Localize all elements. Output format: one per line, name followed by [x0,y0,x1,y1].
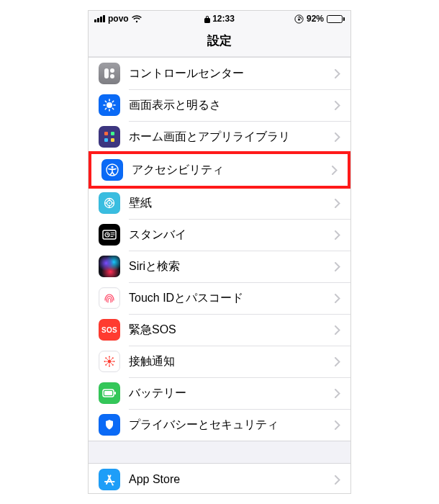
row-label: Siriと検索 [129,259,335,274]
wallpaper-icon [99,192,120,214]
row-label: コントロールセンター [129,66,335,81]
chevron-right-icon [335,389,340,398]
svg-rect-16 [104,138,108,142]
svg-rect-2 [104,68,109,78]
siri-icon [99,256,120,277]
standby-icon [99,224,120,246]
battery-settings-icon [99,382,120,404]
lock-icon [204,15,210,23]
row-label: ホーム画面とアプリライブラリ [129,130,335,145]
svg-point-5 [107,102,112,108]
status-left: povo [94,14,204,24]
exposure-icon [99,351,120,372]
highlight-accessibility: アクセシビリティ [89,151,350,189]
chevron-right-icon [335,69,340,78]
row-label: スタンバイ [129,228,335,243]
svg-point-41 [105,364,107,366]
svg-rect-3 [110,68,114,73]
svg-line-10 [105,101,106,102]
row-wallpaper[interactable]: 壁紙 [89,187,350,219]
svg-point-37 [104,361,106,362]
row-battery[interactable]: バッテリー [89,377,350,409]
chevron-right-icon [335,420,340,430]
row-control-center[interactable]: コントロールセンター [89,58,350,89]
home-screen-icon [99,126,120,148]
svg-line-13 [112,101,113,102]
chevron-right-icon [335,101,340,110]
svg-rect-15 [111,132,114,135]
status-bar: povo 12:33 92% [89,11,350,25]
row-label: アクセシビリティ [132,163,332,178]
chevron-right-icon [335,325,340,335]
settings-list[interactable]: コントロールセンター 画面表示と明るさ [89,57,350,493]
battery-icon [327,15,345,23]
svg-point-22 [109,202,110,204]
row-accessibility[interactable]: アクセシビリティ [91,154,348,186]
control-center-icon [99,63,120,84]
chevron-right-icon [335,132,340,142]
phone-frame: povo 12:33 92% 設定 [88,10,351,494]
row-emergency-sos[interactable]: SOS 緊急SOS [89,314,350,346]
svg-line-47 [107,359,108,360]
status-center: 12:33 [204,14,235,24]
svg-line-58 [112,484,113,485]
row-touch-id[interactable]: Touch IDとパスコード [89,282,350,314]
row-label: Touch IDとパスコード [129,291,335,306]
row-label: 緊急SOS [129,323,335,338]
chevron-right-icon [335,262,340,271]
chevron-right-icon [335,294,340,303]
svg-rect-4 [110,74,114,78]
clock-label: 12:33 [212,14,235,24]
svg-rect-1 [298,18,299,20]
svg-point-35 [109,356,110,358]
page-title: 設定 [207,32,232,49]
row-label: App Store [129,473,335,486]
row-privacy-security[interactable]: プライバシーとセキュリティ [89,409,350,441]
svg-point-38 [114,361,115,362]
svg-rect-53 [114,392,116,395]
svg-point-34 [108,360,112,364]
nav-bar: 設定 [89,25,350,57]
row-label: 接触通知 [129,354,335,369]
svg-point-40 [112,357,114,359]
privacy-icon [99,414,120,436]
touch-id-icon [99,287,120,309]
svg-rect-52 [104,391,112,395]
wifi-icon [132,15,142,23]
chevron-right-icon [335,475,340,485]
row-label: 画面表示と明るさ [129,98,335,113]
app-store-icon [99,469,120,490]
svg-line-12 [105,108,106,109]
display-icon [99,94,120,116]
chevron-right-icon [332,166,338,175]
row-siri-search[interactable]: Siriと検索 [89,251,350,282]
svg-point-39 [105,357,107,359]
row-app-store[interactable]: App Store [89,464,350,493]
chevron-right-icon [335,357,340,366]
row-standby[interactable]: スタンバイ [89,219,350,251]
row-home-screen[interactable]: ホーム画面とアプリライブラリ [89,121,350,153]
svg-line-50 [111,363,112,364]
battery-pct-label: 92% [307,14,324,24]
row-exposure-notification[interactable]: 接触通知 [89,346,350,377]
row-label: バッテリー [129,386,335,401]
svg-line-48 [111,359,112,360]
settings-group: App Store [89,463,350,493]
svg-point-42 [112,364,114,366]
svg-point-19 [111,166,113,168]
chevron-right-icon [335,230,340,240]
accessibility-icon [101,159,123,181]
status-right: 92% [235,14,345,24]
row-label: 壁紙 [129,196,335,211]
svg-point-36 [109,366,110,367]
signal-icon [94,15,105,22]
orientation-lock-icon [294,14,304,24]
svg-line-11 [112,108,113,109]
sos-icon: SOS [99,319,120,341]
settings-group: コントロールセンター 画面表示と明るさ [89,57,350,441]
chevron-right-icon [335,199,340,208]
svg-line-49 [107,363,108,364]
svg-rect-14 [104,132,108,135]
row-display-brightness[interactable]: 画面表示と明るさ [89,89,350,121]
row-label: プライバシーとセキュリティ [129,418,335,433]
